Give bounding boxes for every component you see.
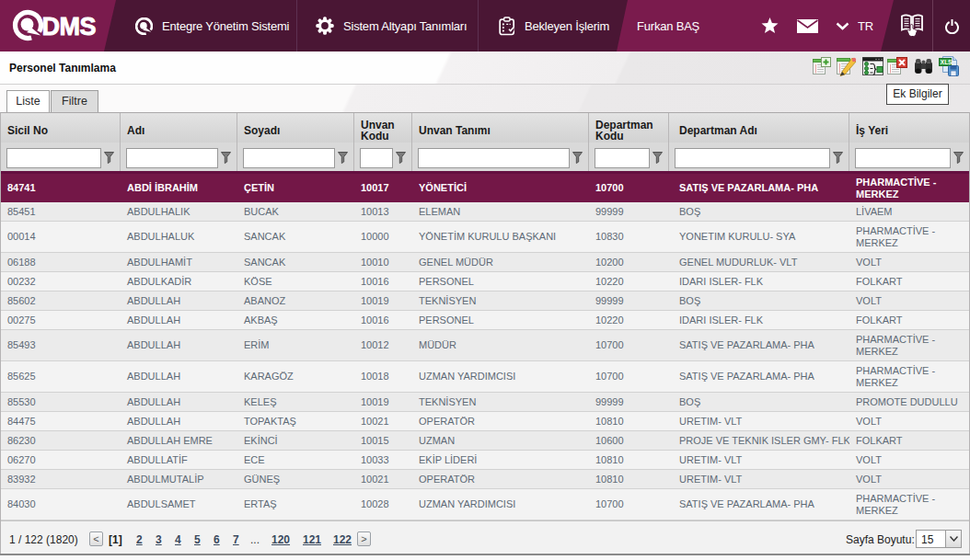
svg-text:XLS: XLS (941, 59, 953, 65)
svg-text:DMS: DMS (42, 13, 97, 40)
